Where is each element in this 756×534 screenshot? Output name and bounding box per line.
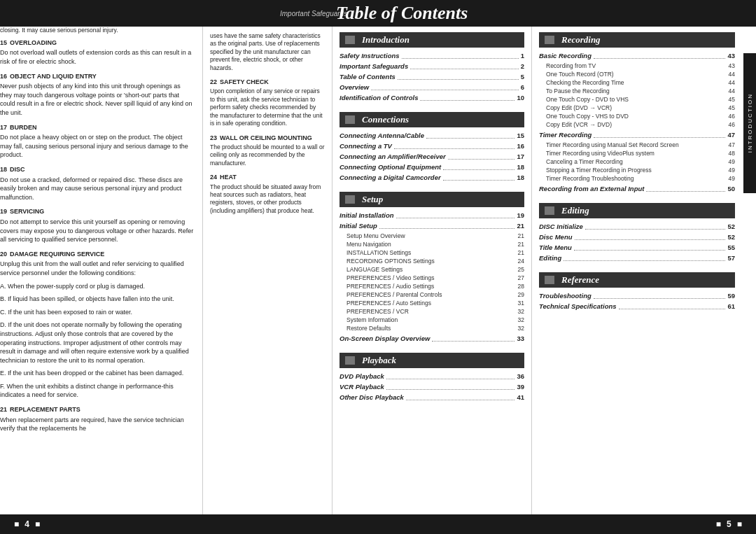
section-19: 19SERVICING Do not attempt to service th… xyxy=(0,207,194,244)
footer-left-bar2: ■ xyxy=(35,519,40,529)
toc-connections-header: Connections xyxy=(340,112,524,127)
toc-sub-video: PREFERENCES / Video Settings27 xyxy=(340,274,524,281)
toc-sub-check-time: Checking the Recording Time44 xyxy=(539,79,735,86)
toc-introduction-header: Introduction xyxy=(340,32,524,48)
toc-sub-otc-dvd-vhs: One Touch Copy - DVD to VHS45 xyxy=(539,96,735,103)
section-24: 24HEAT The product should be situated aw… xyxy=(210,173,325,215)
toc-recording-header: Recording xyxy=(539,32,735,48)
toc-entry-osd: On-Screen Display Overview 33 xyxy=(340,335,524,343)
toc-sub-sysinfo: System Information32 xyxy=(340,316,524,323)
toc-entry-dvd-playback: DVD Playback 36 xyxy=(340,372,524,381)
toc-entry-overview: Overview 6 xyxy=(340,83,524,92)
side-label: INTRODUCTION xyxy=(743,53,756,193)
footer-right: ■ 5 ■ xyxy=(716,519,742,529)
toc-entry-disc-init: DISC Initialize 52 xyxy=(539,223,735,231)
toc-entry-tech-specs: Technical Specifications 61 xyxy=(539,302,735,311)
toc-sub-manual-timer: Timer Recording using Manual Set Record … xyxy=(539,141,735,148)
toc-sub-rec-tv: Recording from TV43 xyxy=(539,62,735,69)
toc-middle-column: Introduction Safety Instructions 1 Impor… xyxy=(332,27,532,514)
toc-entry-identification: Identification of Controls 10 xyxy=(340,94,524,102)
header-title: Table of Contents xyxy=(336,3,468,24)
toc-entry-tv: Connecting a TV 16 xyxy=(340,142,524,150)
toc-reference: Reference Troubleshooting 59 Technical S… xyxy=(539,272,735,311)
toc-introduction: Introduction Safety Instructions 1 Impor… xyxy=(340,32,524,102)
toc-sub-copy-edit-dvd-vcr: Copy Edit (DVD → VCR)45 xyxy=(539,104,735,111)
toc-playback-header: Playback xyxy=(340,353,524,368)
section-16: 16OBJECT AND LIQUID ENTRY Never push obj… xyxy=(0,72,194,118)
toc-sub-timer-trouble: Timer Recording Troubleshooting49 xyxy=(539,175,735,182)
toc-entry-basic-recording: Basic Recording 43 xyxy=(539,52,735,60)
section-23: 23WALL OR CEILING MOUNTING The product s… xyxy=(210,134,325,168)
toc-sub-auto: PREFERENCES / Auto Settings31 xyxy=(340,300,524,307)
toc-entry-amplifier: Connecting an Amplifier/Receiver 17 xyxy=(340,153,524,161)
toc-sub-videoplus: Timer Recording using VideoPlus system48 xyxy=(539,150,735,157)
toc-editing-header: Editing xyxy=(539,203,735,218)
toc-editing: Editing DISC Initialize 52 Disc Menu 52 … xyxy=(539,203,735,262)
toc-reference-header: Reference xyxy=(539,272,735,288)
toc-entry-initial-install: Initial Installation 19 xyxy=(340,211,524,220)
toc-sub-pause-rec: To Pause the Recording44 xyxy=(539,87,735,94)
footer-right-bar1: ■ xyxy=(716,519,721,529)
toc-entry-vcr-playback: VCR Playback 39 xyxy=(340,383,524,391)
toc-sub-install-settings: INSTALLATION Settings21 xyxy=(340,249,524,256)
toc-setup-header: Setup xyxy=(340,192,524,207)
toc-entry-initial-setup: Initial Setup 21 xyxy=(340,222,524,230)
footer-right-bar2: ■ xyxy=(737,519,742,529)
toc-sub-otc-vhs-dvd: One Touch Copy - VHS to DVD46 xyxy=(539,113,735,120)
toc-entry-optional: Connecting Optional Equipment 18 xyxy=(340,163,524,171)
toc-sub-parental: PREFERENCES / Parental Controls29 xyxy=(340,291,524,298)
toc-entry-toc: Table of Contents 5 xyxy=(340,73,524,81)
page-footer: ■ 4 ■ ■ 5 ■ xyxy=(0,514,756,534)
toc-connections: Connections Connecting Antenna/Cable 15 … xyxy=(340,112,524,182)
section-18: 18DISC Do not use a cracked, deformed or… xyxy=(0,165,194,202)
toc-sub-stop-timer: Stopping a Timer Recording in Progress49 xyxy=(539,167,735,174)
toc-sub-language: LANGUAGE Settings25 xyxy=(340,266,524,273)
toc-sub-copy-edit-vcr-dvd: Copy Edit (VCR → DVD)46 xyxy=(539,121,735,128)
toc-entry-editing: Editing 57 xyxy=(539,254,735,262)
mid-left-column: uses have the same safety characteristic… xyxy=(203,27,332,514)
toc-sub-restore: Restore Defaults32 xyxy=(340,325,524,332)
toc-sub-recording-options: RECORDING OPTIONS Settings24 xyxy=(340,258,524,265)
toc-setup: Setup Initial Installation 19 Initial Se… xyxy=(340,192,524,343)
page-header: Important Safeguards Table of Contents xyxy=(0,0,756,27)
toc-entry-other-playback: Other Disc Playback 41 xyxy=(340,393,524,402)
toc-entry-external-input: Recording from an External Input 50 xyxy=(539,185,735,193)
toc-entry-timer-recording: Timer Recording 47 xyxy=(539,131,735,139)
toc-sub-otr: One Touch Record (OTR)44 xyxy=(539,71,735,78)
left-column: closing. It may cause serious personal i… xyxy=(0,27,203,514)
toc-entry-safety: Safety Instructions 1 xyxy=(340,52,524,60)
footer-left-bar1: ■ xyxy=(14,519,19,529)
intro-closing-text: closing. It may cause serious personal i… xyxy=(0,27,194,35)
toc-playback: Playback DVD Playback 36 VCR Playback 39… xyxy=(340,353,524,402)
toc-right-column: Recording Basic Recording 43 Recording f… xyxy=(532,27,742,514)
section-22: 22SAFETY CHECK Upon completion of any se… xyxy=(210,78,325,127)
toc-entry-safeguards: Important Safeguards 2 xyxy=(340,62,524,71)
toc-sub-menu-nav: Menu Navigation21 xyxy=(340,241,524,248)
toc-sub-setup-menu: Setup Menu Overview21 xyxy=(340,232,524,239)
toc-sub-cancel-timer: Canceling a Timer Recording49 xyxy=(539,158,735,165)
section-15: 15OVERLOADING Do not overload wall outle… xyxy=(0,38,194,66)
section-21: 21REPLACEMENT PARTS When replacement par… xyxy=(0,405,194,433)
section-17: 17BURDEN Do not place a heavy object on … xyxy=(0,123,194,160)
footer-page-num-left: 4 xyxy=(24,519,29,529)
toc-entry-troubleshooting: Troubleshooting 59 xyxy=(539,292,735,300)
toc-entry-title-menu: Title Menu 55 xyxy=(539,244,735,252)
toc-entry-antenna: Connecting Antenna/Cable 15 xyxy=(340,132,524,140)
toc-entry-camcorder: Connecting a Digital Camcorder 18 xyxy=(340,174,524,182)
footer-page-num-right: 5 xyxy=(727,519,732,529)
toc-recording: Recording Basic Recording 43 Recording f… xyxy=(539,32,735,193)
toc-entry-disc-menu: Disc Menu 52 xyxy=(539,233,735,241)
toc-sub-vcr: PREFERENCES / VCR32 xyxy=(340,308,524,315)
footer-left: ■ 4 ■ xyxy=(14,519,40,529)
section-20: 20DAMAGE REQUIRING SERVICE Unplug this u… xyxy=(0,250,194,400)
toc-sub-audio: PREFERENCES / Audio Settings28 xyxy=(340,283,524,290)
